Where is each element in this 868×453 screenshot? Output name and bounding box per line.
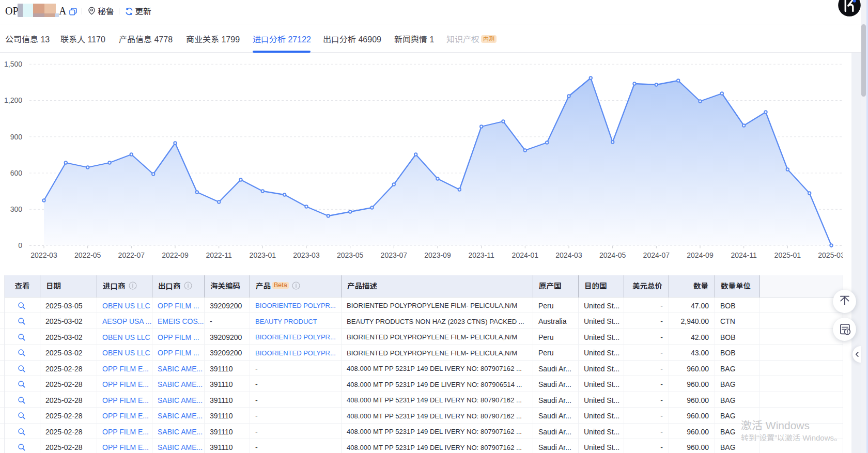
svg-text:2022-07: 2022-07 — [118, 251, 145, 259]
svg-text:2023-07: 2023-07 — [381, 251, 408, 259]
svg-text:2023-05: 2023-05 — [337, 251, 364, 259]
svg-text:2022-11: 2022-11 — [206, 251, 233, 259]
svg-text:2024-05: 2024-05 — [599, 251, 626, 259]
svg-text:2025-01: 2025-01 — [774, 251, 801, 259]
svg-text:0: 0 — [18, 241, 22, 249]
svg-text:2023-03: 2023-03 — [293, 251, 320, 259]
svg-text:600: 600 — [10, 169, 23, 177]
svg-text:2024-09: 2024-09 — [687, 251, 714, 259]
svg-text:1,200: 1,200 — [4, 96, 22, 104]
svg-text:1,500: 1,500 — [4, 60, 22, 68]
svg-text:2024-11: 2024-11 — [731, 251, 757, 259]
svg-text:2025-03: 2025-03 — [818, 251, 845, 259]
svg-text:2022-05: 2022-05 — [74, 251, 101, 259]
svg-text:2024-01: 2024-01 — [512, 251, 539, 259]
svg-text:300: 300 — [10, 205, 23, 213]
svg-text:900: 900 — [10, 133, 23, 141]
svg-text:2023-01: 2023-01 — [250, 251, 276, 259]
svg-text:2024-03: 2024-03 — [555, 251, 582, 259]
svg-text:2023-09: 2023-09 — [424, 251, 451, 259]
svg-text:2022-03: 2022-03 — [30, 251, 57, 259]
svg-text:2024-07: 2024-07 — [643, 251, 670, 259]
svg-text:2022-09: 2022-09 — [162, 251, 189, 259]
svg-text:2023-11: 2023-11 — [469, 251, 495, 259]
